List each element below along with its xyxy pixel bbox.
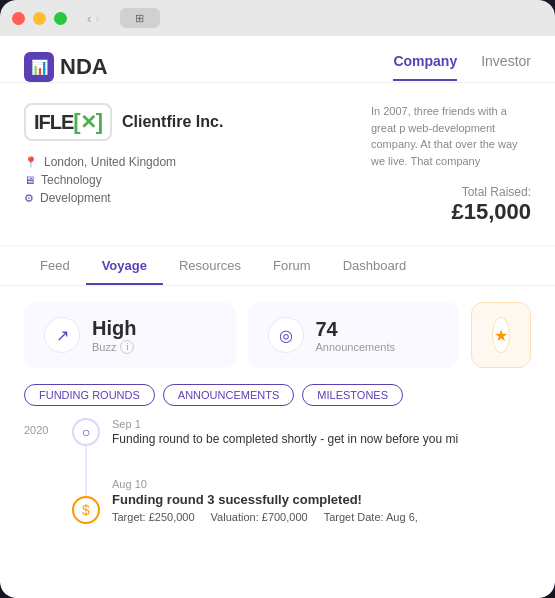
announcements-value: 74	[316, 318, 396, 341]
dev-icon: ⚙	[24, 192, 34, 205]
company-description: In 2007, three friends with a great p we…	[371, 103, 531, 169]
sub-nav-feed[interactable]: Feed	[24, 246, 86, 285]
timeline-connector: ○ $	[72, 418, 100, 524]
buzz-label: Buzz i	[92, 340, 136, 354]
announcements-stat-card: ◎ 74 Announcements	[248, 302, 460, 368]
company-location: 📍 London, United Kingdom	[24, 155, 355, 169]
meta-valuation: Valuation: £700,000	[211, 511, 308, 523]
timeline-date-2: Aug 10	[112, 478, 531, 490]
sub-nav-dashboard[interactable]: Dashboard	[327, 246, 423, 285]
timeline-item-1: Sep 1 Funding round to be completed shor…	[112, 418, 531, 446]
meta-date: Target Date: Aug 6,	[324, 511, 418, 523]
company-logo: IFLE [ ✕ ]	[24, 103, 112, 141]
timeline-text-2: Funding round 3 sucessfully completed!	[112, 492, 531, 507]
traffic-light-green[interactable]	[54, 12, 67, 25]
traffic-light-yellow[interactable]	[33, 12, 46, 25]
company-brand: IFLE [ ✕ ] Clientfire Inc.	[24, 103, 355, 141]
timeline-entry-1: Sep 1 Funding round to be completed shor…	[112, 418, 531, 446]
buzz-info-icon[interactable]: i	[120, 340, 134, 354]
star-icon: ★	[492, 317, 510, 353]
filter-milestones[interactable]: MILESTONES	[302, 384, 403, 406]
timeline-dot-1: ○	[72, 418, 100, 446]
timeline: 2020 ○ $ Sep 1 Funding round to be compl…	[0, 418, 555, 598]
announcements-content: 74 Announcements	[316, 318, 396, 353]
stats-row: ↗ High Buzz i ◎ 74 Announcements	[0, 286, 555, 384]
announcements-label: Announcements	[316, 341, 396, 353]
sub-nav: Feed Voyage Resources Forum Dashboard	[0, 246, 555, 286]
app-content: 📊 NDA Company Investor IFLE [ ✕ ]	[0, 36, 555, 598]
timeline-item-2: Aug 10 Funding round 3 sucessfully compl…	[112, 478, 531, 523]
address-bar: ⊞	[120, 8, 160, 28]
category-icon: 🖥	[24, 174, 35, 186]
back-icon[interactable]: ‹	[87, 11, 91, 26]
logo-bar-icon: 📊	[31, 59, 48, 75]
filter-funding-rounds[interactable]: FUNDING ROUNDS	[24, 384, 155, 406]
buzz-stat-card: ↗ High Buzz i	[24, 302, 236, 368]
year-label: 2020	[24, 418, 60, 436]
buzz-icon: ↗	[44, 317, 80, 353]
company-right: In 2007, three friends with a great p we…	[371, 103, 531, 225]
logo-area: 📊 NDA	[24, 52, 108, 82]
timeline-dot-2: $	[72, 496, 100, 524]
timeline-meta: Target: £250,000 Valuation: £700,000 Tar…	[112, 511, 531, 523]
company-category2: ⚙ Development	[24, 191, 355, 205]
logo-x: ✕	[80, 110, 96, 134]
header-nav-investor[interactable]: Investor	[481, 53, 531, 81]
sub-nav-forum[interactable]: Forum	[257, 246, 327, 285]
buzz-content: High Buzz i	[92, 317, 136, 354]
filter-announcements[interactable]: ANNOUNCEMENTS	[163, 384, 294, 406]
nda-logo-icon: 📊	[24, 52, 54, 82]
logo-text: NDA	[60, 54, 108, 80]
company-section: IFLE [ ✕ ] Clientfire Inc. 📍 London, Uni…	[0, 83, 555, 246]
bracket-close: ]	[96, 109, 102, 135]
company-left: IFLE [ ✕ ] Clientfire Inc. 📍 London, Uni…	[24, 103, 355, 225]
logo-letters: IFLE	[34, 111, 73, 134]
app-header: 📊 NDA Company Investor	[0, 36, 555, 83]
spacer	[112, 458, 531, 478]
timeline-entry-2: Aug 10 Funding round 3 sucessfully compl…	[112, 478, 531, 523]
title-bar: ‹ › ⊞	[0, 0, 555, 36]
company-category1: 🖥 Technology	[24, 173, 355, 187]
meta-target: Target: £250,000	[112, 511, 195, 523]
timeline-year-group: 2020 ○ $ Sep 1 Funding round to be compl…	[24, 418, 531, 535]
total-raised-label: Total Raised:	[371, 185, 531, 199]
extra-stat-card: ★	[471, 302, 531, 368]
header-nav-company[interactable]: Company	[393, 53, 457, 81]
sub-nav-voyage[interactable]: Voyage	[86, 246, 163, 285]
timeline-date-1: Sep 1	[112, 418, 531, 430]
timeline-line-1	[85, 446, 87, 496]
location-icon: 📍	[24, 156, 38, 169]
forward-icon[interactable]: ›	[95, 11, 99, 26]
announcements-icon: ◎	[268, 317, 304, 353]
timeline-text-1: Funding round to be completed shortly - …	[112, 432, 531, 446]
mac-window: ‹ › ⊞ 📊 NDA Company Investor	[0, 0, 555, 598]
sub-nav-resources[interactable]: Resources	[163, 246, 257, 285]
filter-row: FUNDING ROUNDS ANNOUNCEMENTS MILESTONES	[0, 384, 555, 418]
header-nav: Company Investor	[393, 53, 531, 81]
total-raised-value: £15,000	[371, 199, 531, 225]
buzz-value: High	[92, 317, 136, 340]
traffic-light-red[interactable]	[12, 12, 25, 25]
company-name: Clientfire Inc.	[122, 113, 223, 131]
nav-buttons: ‹ ›	[87, 11, 100, 26]
timeline-entries: Sep 1 Funding round to be completed shor…	[112, 418, 531, 535]
